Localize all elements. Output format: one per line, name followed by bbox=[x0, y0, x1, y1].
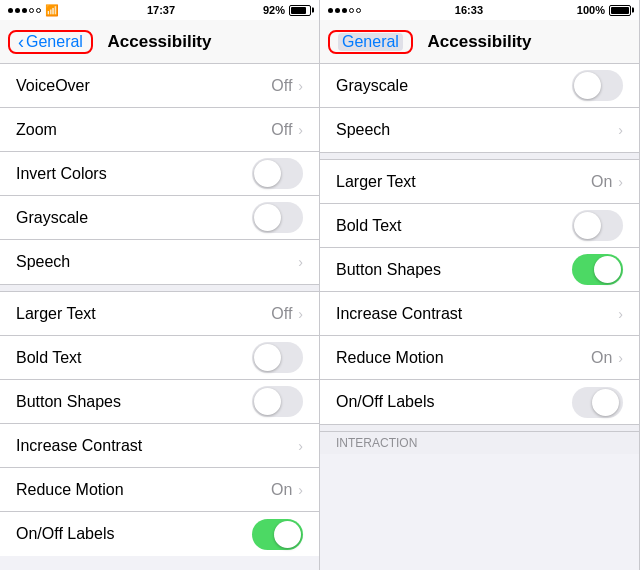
toggle-knob bbox=[574, 212, 601, 239]
value-reduce-motion-left: On bbox=[271, 481, 292, 499]
general-label-right: General bbox=[338, 33, 403, 51]
status-right-right: 100% bbox=[577, 4, 631, 16]
chevron-reduce-motion-right: › bbox=[618, 350, 623, 366]
toggle-knob bbox=[274, 521, 301, 548]
row-invert-colors[interactable]: Invert Colors bbox=[0, 152, 319, 196]
toggle-bold-text-right[interactable] bbox=[572, 210, 623, 241]
toggle-knob bbox=[254, 160, 281, 187]
status-right-left: 92% bbox=[263, 4, 311, 16]
row-increase-contrast-right[interactable]: Increase Contrast › bbox=[320, 292, 639, 336]
group-display-right: Larger Text On › Bold Text Button Shapes… bbox=[320, 160, 639, 424]
label-onoff-labels-right: On/Off Labels bbox=[336, 393, 572, 411]
settings-list-left: VoiceOver Off › Zoom Off › Invert Colors… bbox=[0, 64, 319, 570]
label-button-shapes-left: Button Shapes bbox=[16, 393, 252, 411]
chevron-speech-left: › bbox=[298, 254, 303, 270]
back-button-right-boxed[interactable]: General bbox=[328, 30, 413, 54]
toggle-onoff-labels-left[interactable] bbox=[252, 519, 303, 550]
toggle-bold-text-left[interactable] bbox=[252, 342, 303, 373]
status-bar-right: 16:33 100% bbox=[320, 0, 639, 20]
battery-icon-right bbox=[609, 5, 631, 16]
toggle-grayscale-left[interactable] bbox=[252, 202, 303, 233]
wifi-icon: 📶 bbox=[45, 4, 59, 17]
label-button-shapes-right: Button Shapes bbox=[336, 261, 572, 279]
row-button-shapes-left[interactable]: Button Shapes bbox=[0, 380, 319, 424]
nav-bar-left: ‹ General Accessibility bbox=[0, 20, 319, 64]
row-increase-contrast-left[interactable]: Increase Contrast › bbox=[0, 424, 319, 468]
time-left: 17:37 bbox=[147, 4, 175, 16]
time-right: 16:33 bbox=[455, 4, 483, 16]
chevron-contrast-right: › bbox=[618, 306, 623, 322]
divider-interaction-right bbox=[320, 424, 639, 432]
label-invert-colors: Invert Colors bbox=[16, 165, 252, 183]
toggle-knob bbox=[254, 204, 281, 231]
row-zoom[interactable]: Zoom Off › bbox=[0, 108, 319, 152]
chevron-left-icon: ‹ bbox=[18, 33, 24, 51]
signal-icon bbox=[8, 8, 41, 13]
label-bold-text-right: Bold Text bbox=[336, 217, 572, 235]
toggle-knob bbox=[594, 256, 621, 283]
row-grayscale-left[interactable]: Grayscale bbox=[0, 196, 319, 240]
label-larger-text-left: Larger Text bbox=[16, 305, 271, 323]
divider-right bbox=[320, 152, 639, 160]
row-onoff-labels-right[interactable]: On/Off Labels bbox=[320, 380, 639, 424]
right-phone-panel: 16:33 100% General Accessibility Graysca… bbox=[320, 0, 640, 570]
toggle-button-shapes-right[interactable] bbox=[572, 254, 623, 285]
chevron-larger-text-left: › bbox=[298, 306, 303, 322]
nav-bar-right: General Accessibility bbox=[320, 20, 639, 64]
group-vision-left: VoiceOver Off › Zoom Off › Invert Colors… bbox=[0, 64, 319, 284]
battery-percent-right: 100% bbox=[577, 4, 605, 16]
status-bar-left: 📶 17:37 92% bbox=[0, 0, 319, 20]
back-label-left: General bbox=[26, 33, 83, 51]
chevron-voiceover: › bbox=[298, 78, 303, 94]
group-top-right: Grayscale Speech › bbox=[320, 64, 639, 152]
row-larger-text-left[interactable]: Larger Text Off › bbox=[0, 292, 319, 336]
battery-icon-left bbox=[289, 5, 311, 16]
group-display-left: Larger Text Off › Bold Text Button Shape… bbox=[0, 292, 319, 556]
back-button-left[interactable]: ‹ General bbox=[8, 30, 93, 54]
row-grayscale-right[interactable]: Grayscale bbox=[320, 64, 639, 108]
value-larger-text-right: On bbox=[591, 173, 612, 191]
chevron-contrast-left: › bbox=[298, 438, 303, 454]
toggle-knob bbox=[254, 388, 281, 415]
row-speech-left[interactable]: Speech › bbox=[0, 240, 319, 284]
toggle-knob bbox=[574, 72, 601, 99]
toggle-grayscale-right[interactable] bbox=[572, 70, 623, 101]
toggle-invert-colors[interactable] bbox=[252, 158, 303, 189]
row-speech-right[interactable]: Speech › bbox=[320, 108, 639, 152]
row-larger-text-right[interactable]: Larger Text On › bbox=[320, 160, 639, 204]
chevron-reduce-motion-left: › bbox=[298, 482, 303, 498]
row-reduce-motion-right[interactable]: Reduce Motion On › bbox=[320, 336, 639, 380]
nav-title-right: Accessibility bbox=[428, 32, 532, 52]
label-increase-contrast-right: Increase Contrast bbox=[336, 305, 616, 323]
divider-left bbox=[0, 284, 319, 292]
signal-icon-right bbox=[328, 8, 361, 13]
status-left: 📶 bbox=[8, 4, 59, 17]
nav-title-left: Accessibility bbox=[108, 32, 212, 52]
label-reduce-motion-right: Reduce Motion bbox=[336, 349, 591, 367]
label-zoom: Zoom bbox=[16, 121, 271, 139]
settings-list-right: Grayscale Speech › Larger Text On › Bold… bbox=[320, 64, 639, 570]
chevron-speech-right: › bbox=[618, 122, 623, 138]
row-bold-text-right[interactable]: Bold Text bbox=[320, 204, 639, 248]
toggle-button-shapes-left[interactable] bbox=[252, 386, 303, 417]
value-reduce-motion-right: On bbox=[591, 349, 612, 367]
label-reduce-motion-left: Reduce Motion bbox=[16, 481, 271, 499]
row-voiceover[interactable]: VoiceOver Off › bbox=[0, 64, 319, 108]
value-zoom: Off bbox=[271, 121, 292, 139]
value-larger-text-left: Off bbox=[271, 305, 292, 323]
section-label-interaction: INTERACTION bbox=[320, 432, 639, 454]
label-voiceover: VoiceOver bbox=[16, 77, 271, 95]
toggle-knob bbox=[592, 389, 619, 416]
label-onoff-labels-left: On/Off Labels bbox=[16, 525, 252, 543]
label-speech-right: Speech bbox=[336, 121, 616, 139]
left-phone-panel: 📶 17:37 92% ‹ General Accessibility Voic… bbox=[0, 0, 320, 570]
label-larger-text-right: Larger Text bbox=[336, 173, 591, 191]
toggle-onoff-labels-right[interactable] bbox=[572, 387, 623, 418]
label-bold-text-left: Bold Text bbox=[16, 349, 252, 367]
row-onoff-labels-left[interactable]: On/Off Labels bbox=[0, 512, 319, 556]
row-button-shapes-right[interactable]: Button Shapes bbox=[320, 248, 639, 292]
row-bold-text-left[interactable]: Bold Text bbox=[0, 336, 319, 380]
status-left-right bbox=[328, 8, 361, 13]
row-reduce-motion-left[interactable]: Reduce Motion On › bbox=[0, 468, 319, 512]
chevron-larger-text-right: › bbox=[618, 174, 623, 190]
